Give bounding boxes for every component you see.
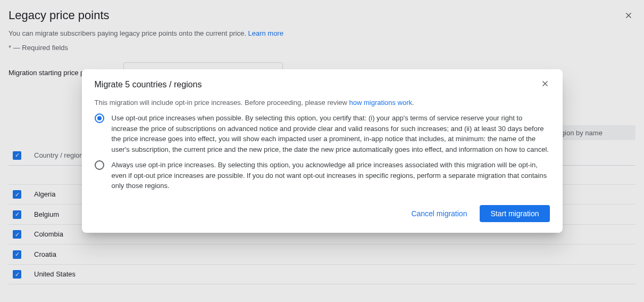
modal-overlay: Migrate 5 countries / regions This migra… (0, 0, 644, 302)
modal-close-icon[interactable] (540, 79, 550, 90)
start-button[interactable]: Start migration (480, 205, 549, 222)
opt-out-label: Use opt-out price increases when possibl… (112, 113, 550, 154)
modal-title: Migrate 5 countries / regions (95, 80, 202, 89)
how-migrations-work-link[interactable]: how migrations work (349, 99, 413, 107)
opt-out-radio[interactable] (95, 113, 104, 123)
modal-intro: This migration will include opt-in price… (95, 99, 550, 107)
opt-in-label: Always use opt-in price increases. By se… (112, 160, 550, 191)
migrate-modal: Migrate 5 countries / regions This migra… (82, 69, 563, 233)
cancel-button[interactable]: Cancel migration (405, 205, 473, 222)
opt-in-radio[interactable] (95, 160, 104, 170)
